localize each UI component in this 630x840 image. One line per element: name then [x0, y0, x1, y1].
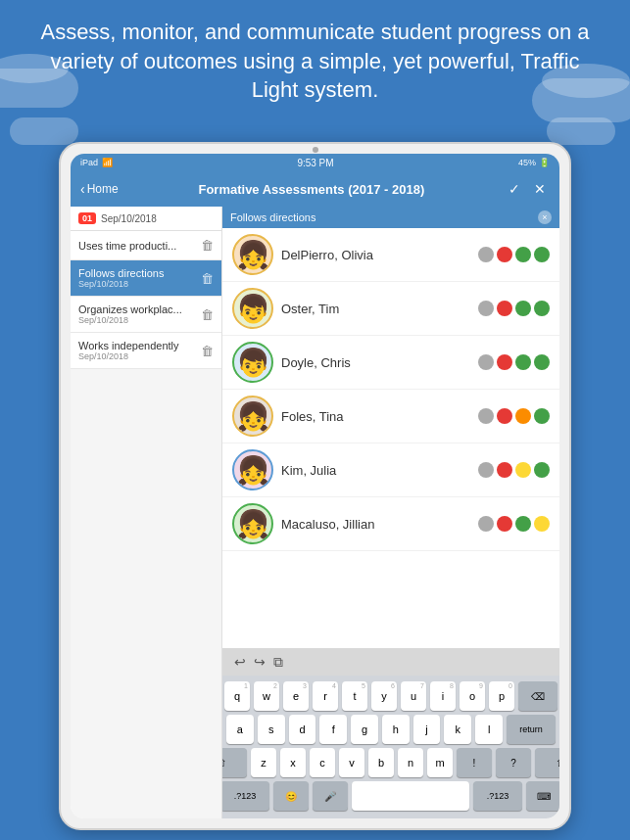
sidebar-item-follows-directions[interactable]: Follows directions Sep/10/2018 🗑 [71, 260, 221, 297]
key-e[interactable]: 3e [283, 681, 309, 711]
key-z[interactable]: z [251, 748, 276, 777]
traffic-lights-5[interactable] [478, 462, 550, 478]
search-bar: Follows directions × [222, 207, 559, 228]
mic-key[interactable]: 🎤 [313, 781, 348, 811]
light-red[interactable] [497, 462, 512, 478]
light-green[interactable] [515, 247, 531, 262]
key-p[interactable]: 0p [489, 681, 514, 711]
light-green[interactable] [534, 408, 550, 424]
ipad-screen: iPad 📶 9:53 PM 45% 🔋 ‹ Home Formative As… [71, 154, 559, 818]
key-b[interactable]: b [368, 748, 394, 777]
traffic-lights-1[interactable] [478, 247, 550, 262]
student-row[interactable]: 👧 DelPierro, Olivia [222, 228, 559, 282]
light-green[interactable] [515, 354, 531, 370]
student-row[interactable]: 👦 Oster, Tim [222, 282, 559, 336]
sidebar-item-date-2: Sep/10/2018 [78, 279, 201, 289]
key-n[interactable]: n [398, 748, 423, 777]
light-green[interactable] [515, 301, 531, 316]
key-d[interactable]: d [289, 715, 316, 744]
light-red[interactable] [497, 354, 512, 370]
undo-button[interactable]: ↩ [234, 654, 246, 670]
delete-item-2-button[interactable]: 🗑 [201, 271, 214, 286]
keyboard-icon-key[interactable]: ⌨ [526, 781, 559, 811]
key-k[interactable]: k [444, 715, 471, 744]
sidebar-item-works-independently[interactable]: Works independently Sep/10/2018 🗑 [71, 333, 221, 369]
search-clear-button[interactable]: × [538, 210, 552, 224]
key-u[interactable]: 7u [401, 681, 426, 711]
key-r[interactable]: 4r [313, 681, 338, 711]
light-orange[interactable] [515, 408, 531, 424]
light-red[interactable] [497, 301, 512, 316]
student-row[interactable]: 👦 Doyle, Chris [222, 336, 559, 390]
student-row[interactable]: 👧 Foles, Tina [222, 390, 559, 443]
sidebar-item-uses-time[interactable]: Uses time producti... 🗑 [71, 231, 221, 260]
key-w[interactable]: 2w [254, 681, 279, 711]
traffic-lights-3[interactable] [478, 354, 550, 370]
shift-left-key[interactable]: ⇧ [222, 748, 247, 777]
key-l[interactable]: l [475, 715, 503, 744]
battery-icon: 🔋 [539, 158, 550, 167]
question-key[interactable]: ? [496, 748, 531, 777]
date-label: Sep/10/2018 [101, 213, 157, 224]
light-yellow[interactable] [515, 462, 531, 478]
key-c[interactable]: c [310, 748, 335, 777]
traffic-lights-2[interactable] [478, 301, 550, 316]
light-yellow[interactable] [534, 516, 550, 532]
light-gray[interactable] [478, 408, 494, 424]
light-gray[interactable] [478, 516, 494, 532]
key-x[interactable]: x [280, 748, 306, 777]
confirm-button[interactable]: ✓ [505, 179, 524, 199]
light-red[interactable] [497, 516, 512, 532]
emoji-key[interactable]: 😊 [273, 781, 309, 811]
key-h[interactable]: h [382, 715, 410, 744]
light-red[interactable] [497, 408, 512, 424]
key-q[interactable]: 1q [224, 681, 250, 711]
light-green[interactable] [534, 462, 550, 478]
delete-item-1-button[interactable]: 🗑 [201, 238, 214, 253]
light-green-2[interactable] [534, 301, 550, 316]
key-f[interactable]: f [319, 715, 347, 744]
return-key[interactable]: return [507, 715, 556, 744]
key-o[interactable]: 9o [460, 681, 485, 711]
key-a[interactable]: a [226, 715, 254, 744]
nav-bar: ‹ Home Formative Assessments (2017 - 201… [71, 171, 559, 207]
key-i[interactable]: 8i [430, 681, 456, 711]
light-gray[interactable] [478, 247, 494, 262]
sidebar-item-organizes[interactable]: Organizes workplac... Sep/10/2018 🗑 [71, 297, 221, 333]
light-gray[interactable] [478, 354, 494, 370]
key-v[interactable]: v [339, 748, 364, 777]
shift-right-key[interactable]: ⇧ [535, 748, 559, 777]
date-badge: 01 [78, 212, 96, 224]
student-row[interactable]: 👧 Kim, Julia [222, 443, 559, 497]
light-green-2[interactable] [534, 247, 550, 262]
number-switch-key-left[interactable]: .?123 [222, 781, 269, 811]
space-key[interactable] [352, 781, 469, 811]
cancel-button[interactable]: ✕ [530, 179, 550, 199]
delete-item-4-button[interactable]: 🗑 [201, 344, 214, 358]
key-y[interactable]: 6y [371, 681, 397, 711]
keyboard-row-1: 1q 2w 3e 4r 5t 6y 7u 8i 9o 0p ⌫ [226, 681, 556, 711]
key-g[interactable]: g [351, 715, 378, 744]
student-name-1: DelPierro, Olivia [281, 248, 470, 262]
copy-button[interactable]: ⧉ [273, 654, 283, 671]
key-t[interactable]: 5t [342, 681, 367, 711]
status-bar: iPad 📶 9:53 PM 45% 🔋 [71, 154, 559, 171]
exclamation-key[interactable]: ! [457, 748, 492, 777]
traffic-lights-4[interactable] [478, 408, 550, 424]
number-switch-key-right[interactable]: .?123 [473, 781, 522, 811]
back-button[interactable]: ‹ Home [80, 181, 119, 197]
light-red[interactable] [497, 247, 512, 262]
delete-item-3-button[interactable]: 🗑 [201, 307, 214, 322]
light-gray[interactable] [478, 462, 494, 478]
redo-button[interactable]: ↪ [254, 654, 266, 670]
light-green-2[interactable] [534, 354, 550, 370]
avatar: 👧 [232, 396, 273, 437]
key-j[interactable]: j [413, 715, 441, 744]
light-gray[interactable] [478, 301, 494, 316]
light-green[interactable] [515, 516, 531, 532]
student-row[interactable]: 👧 Macaluso, Jillian [222, 497, 559, 551]
traffic-lights-6[interactable] [478, 516, 550, 532]
key-m[interactable]: m [427, 748, 453, 777]
delete-key[interactable]: ⌫ [518, 681, 557, 711]
key-s[interactable]: s [258, 715, 285, 744]
